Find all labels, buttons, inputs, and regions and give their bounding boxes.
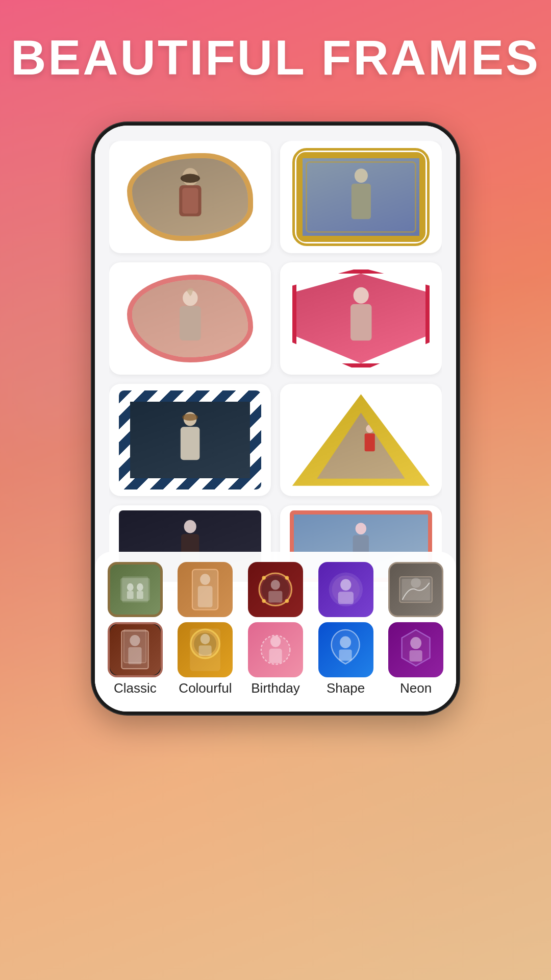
triangle-gold-bg — [292, 393, 430, 488]
svg-rect-24 — [137, 591, 143, 599]
nav-item-neon-1[interactable] — [385, 562, 446, 617]
nav-label-colourful: Colourful — [179, 680, 232, 696]
svg-point-45 — [130, 635, 140, 646]
heart-frame — [296, 274, 426, 363]
svg-point-4 — [354, 168, 367, 183]
svg-point-55 — [340, 636, 352, 648]
nav-thumb-inner-5 — [390, 564, 442, 616]
svg-point-23 — [137, 583, 143, 591]
nav-thumb-colourful-1 — [178, 562, 233, 617]
nav-thumb-inner-10 — [388, 622, 443, 677]
person-1 — [132, 158, 248, 236]
svg-rect-7 — [180, 306, 201, 341]
svg-point-13 — [366, 425, 373, 433]
nav-item-birthday-2[interactable]: Birthday — [245, 622, 306, 696]
nav-thumb-inner-2 — [178, 562, 233, 617]
svg-point-42 — [411, 578, 421, 588]
svg-rect-9 — [350, 304, 371, 341]
stripe-blue-inner — [130, 402, 250, 478]
nav-thumb-inner — [110, 565, 160, 615]
svg-rect-12 — [181, 427, 200, 460]
nav-thumb-birthday-1 — [248, 562, 303, 617]
phone-navigation: Classic Colourful — [95, 552, 456, 712]
blob-pink-frame — [127, 275, 253, 362]
frame-container-1 — [109, 141, 271, 253]
nav-row-2: Classic Colourful — [102, 622, 449, 696]
svg-point-15 — [184, 520, 196, 533]
frame-container-4 — [280, 262, 442, 375]
svg-point-38 — [340, 579, 351, 591]
nav-thumb-inner-7 — [178, 622, 233, 677]
grid-row-2 — [109, 262, 442, 375]
svg-point-57 — [410, 637, 421, 649]
svg-point-1 — [180, 174, 199, 183]
nav-row-1 — [102, 562, 449, 617]
nav-thumb-birthday-2 — [248, 622, 303, 677]
nav-item-colourful-2[interactable]: Colourful — [174, 622, 236, 696]
svg-rect-56 — [339, 649, 352, 660]
nav-label-classic: Classic — [114, 680, 157, 696]
svg-point-17 — [356, 523, 366, 534]
svg-rect-22 — [127, 591, 134, 599]
frame-container-6 — [280, 384, 442, 496]
svg-point-30 — [262, 576, 266, 580]
photo-grid-wrapper — [109, 141, 442, 600]
nav-thumb-shape-2 — [318, 622, 373, 677]
nav-thumb-classic-2 — [108, 622, 163, 677]
nav-item-shape-2[interactable]: Shape — [315, 622, 377, 696]
svg-point-33 — [285, 599, 289, 603]
svg-rect-39 — [338, 592, 353, 604]
page-title: BEAUTIFUL FRAMES — [0, 31, 551, 85]
frame-cell-5[interactable] — [109, 384, 271, 496]
nav-item-classic-2[interactable]: Classic — [105, 622, 166, 696]
blob-gold-frame — [127, 153, 253, 241]
svg-rect-5 — [351, 184, 370, 219]
svg-point-26 — [200, 574, 210, 585]
nav-label-shape: Shape — [327, 680, 365, 696]
svg-point-53 — [270, 636, 281, 647]
svg-point-21 — [127, 583, 134, 591]
svg-rect-14 — [365, 434, 375, 452]
nav-thumb-colourful-2 — [178, 622, 233, 677]
nav-thumb-inner-3 — [248, 562, 303, 617]
stripe-blue-frame — [119, 390, 261, 489]
frame-cell-4[interactable] — [280, 262, 442, 375]
svg-rect-27 — [198, 586, 213, 607]
nav-thumb-inner-6 — [110, 624, 161, 675]
nav-item-birthday-1[interactable] — [245, 562, 306, 617]
svg-point-34 — [271, 580, 280, 590]
frame-container-3 — [109, 262, 271, 375]
nav-thumb-inner-8 — [248, 622, 303, 677]
triangle-gold-frame — [292, 393, 430, 488]
svg-rect-51 — [199, 645, 212, 655]
nav-thumb-inner-4 — [318, 562, 373, 617]
nav-label-neon: Neon — [400, 680, 432, 696]
nav-thumb-shape-1 — [318, 562, 373, 617]
header: BEAUTIFUL FRAMES — [0, 31, 551, 85]
frame-cell-1[interactable] — [109, 141, 271, 253]
svg-point-31 — [285, 576, 289, 580]
nav-thumb-neon-1 — [388, 562, 443, 617]
triangle-gold-inner — [317, 411, 405, 480]
nav-item-classic-1[interactable] — [105, 562, 166, 617]
svg-point-8 — [353, 287, 368, 304]
frame-cell-3[interactable] — [109, 262, 271, 375]
frame-container-5 — [109, 384, 271, 496]
svg-rect-3 — [182, 188, 198, 214]
phone-mockup: Classic Colourful — [92, 122, 459, 715]
svg-rect-35 — [268, 591, 282, 603]
nav-item-neon-2[interactable]: Neon — [385, 622, 446, 696]
ornate-gold-frame — [296, 152, 426, 242]
frame-cell-2[interactable] — [280, 141, 442, 253]
frame-cell-6[interactable] — [280, 384, 442, 496]
grid-row-3 — [109, 384, 442, 496]
nav-thumb-inner-9 — [318, 622, 373, 677]
frame-container-2 — [280, 141, 442, 253]
nav-item-colourful-1[interactable] — [174, 562, 236, 617]
svg-rect-20 — [122, 577, 148, 603]
svg-point-50 — [201, 634, 210, 644]
grid-row-1 — [109, 141, 442, 253]
nav-thumb-classic-1 — [108, 562, 163, 617]
nav-item-shape-1[interactable] — [315, 562, 377, 617]
svg-rect-46 — [129, 647, 142, 664]
